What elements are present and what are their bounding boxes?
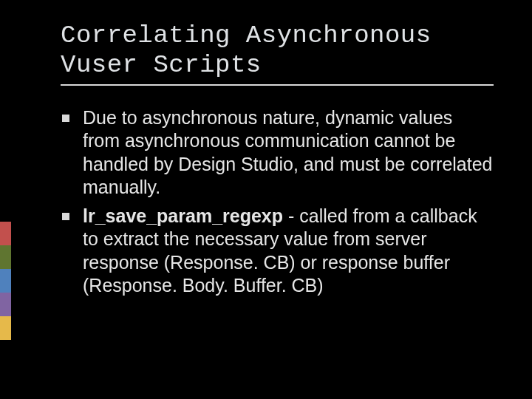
accent-color-3: [0, 269, 11, 293]
bullet-bold: lr_save_param_regexp: [83, 205, 283, 226]
title-underline: [61, 84, 494, 86]
slide-body: Due to asynchronous nature, dynamic valu…: [61, 106, 494, 297]
bullet-list: Due to asynchronous nature, dynamic valu…: [61, 106, 494, 297]
accent-color-4: [0, 293, 11, 316]
list-item: lr_save_param_regexp - called from a cal…: [61, 205, 494, 297]
accent-color-5: [0, 316, 11, 340]
slide: Correlating Asynchronous Vuser Scripts D…: [0, 0, 532, 399]
bullet-text: Due to asynchronous nature, dynamic valu…: [83, 107, 493, 197]
list-item: Due to asynchronous nature, dynamic valu…: [61, 106, 494, 199]
slide-title: Correlating Asynchronous Vuser Scripts: [61, 21, 494, 80]
accent-strip: [0, 222, 11, 340]
accent-color-2: [0, 245, 11, 269]
accent-color-1: [0, 222, 11, 245]
